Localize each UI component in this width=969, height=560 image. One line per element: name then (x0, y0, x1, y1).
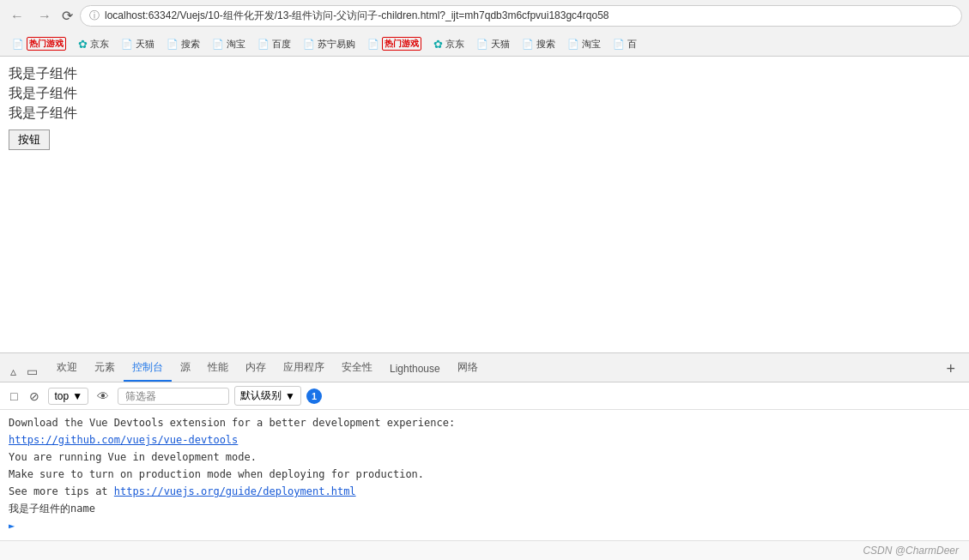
bookmark-jd-1[interactable]: ✿ 京东 (73, 36, 114, 52)
forward-button[interactable]: → (34, 7, 55, 26)
console-text-3: Make sure to turn on production mode whe… (9, 468, 424, 480)
jd-star-icon: ✿ (78, 38, 88, 51)
hotgame-label-2: 热门游戏 (382, 37, 421, 51)
console-prompt-line: ► (9, 518, 960, 533)
back-button[interactable]: ← (7, 7, 27, 26)
devtools-footer: CSDN @CharmDeer (0, 540, 969, 560)
bookmark-suning[interactable]: 📄 苏宁易购 (298, 36, 360, 52)
search-label-1: 搜索 (181, 38, 200, 51)
console-line-4: See more tips at https://vuejs.org/guide… (9, 484, 960, 499)
devtools-tabs-bar: ▵ ▭ 欢迎 元素 控制台 源 性能 内存 应用程序 安全性 Lighthous… (0, 353, 969, 382)
tianmao-label-2: 天猫 (491, 38, 510, 51)
devtools-link-2[interactable]: https://vuejs.org/guide/deployment.html (114, 485, 356, 497)
bookmark-tianmao-1[interactable]: 📄 天猫 (116, 36, 160, 52)
file-icon-8: 📄 (522, 39, 534, 50)
console-text-4-prefix: See more tips at (9, 485, 114, 497)
search-label-2: 搜索 (536, 38, 555, 51)
file-icon-1: 📄 (121, 39, 133, 50)
file-icon-9: 📄 (567, 39, 579, 50)
hotgame-label-1: 热门游戏 (27, 37, 66, 51)
tab-performance[interactable]: 性能 (199, 355, 237, 382)
console-text-5: 我是子组件的name (9, 503, 95, 515)
filter-input[interactable] (118, 388, 229, 405)
suning-label: 苏宁易购 (318, 38, 355, 51)
bookmark-tianmao-2[interactable]: 📄 天猫 (471, 36, 515, 52)
devtools-icon-buttons: ▵ ▭ (7, 361, 41, 382)
tab-network[interactable]: 网络 (449, 355, 487, 382)
child-text-3: 我是子组件 (9, 105, 960, 123)
bookmark-bai[interactable]: 📄 百 (608, 36, 642, 52)
baidu-label-1: 百度 (272, 38, 291, 51)
file-icon-10: 📄 (613, 39, 625, 50)
bookmark-hotgame-2[interactable]: 📄 热门游戏 (362, 35, 427, 52)
child-text-1: 我是子组件 (9, 65, 960, 83)
jd-label-1: 京东 (90, 38, 109, 51)
bookmark-search-1[interactable]: 📄 搜索 (161, 36, 205, 52)
console-line-3: Make sure to turn on production mode whe… (9, 467, 960, 482)
tab-console[interactable]: 控制台 (124, 355, 172, 382)
tianmao-label-1: 天猫 (136, 38, 154, 51)
file-icon-5: 📄 (303, 39, 315, 50)
file-icon-4: 📄 (257, 39, 270, 50)
devtools-toolbar: □ ⊘ top ▼ 👁 默认级别 ▼ 1 (0, 382, 969, 410)
file-icon-7: 📄 (476, 39, 488, 50)
bookmarks-bar: 📄 热门游戏 ✿ 京东 📄 天猫 📄 搜索 📄 淘宝 📄 百度 📄 苏宁易购 � (0, 32, 969, 56)
page-button[interactable]: 按钮 (9, 129, 50, 150)
console-line-2: You are running Vue in development mode. (9, 449, 960, 465)
tab-memory[interactable]: 内存 (237, 355, 275, 382)
devtools-panel: ▵ ▭ 欢迎 元素 控制台 源 性能 内存 应用程序 安全性 Lighthous… (0, 352, 969, 560)
tab-elements[interactable]: 元素 (86, 355, 124, 382)
context-dropdown-icon: ▼ (72, 390, 82, 402)
level-label: 默认级别 (240, 388, 282, 403)
bookmark-baidu-1[interactable]: 📄 百度 (252, 36, 296, 52)
jd-star-icon-2: ✿ (433, 38, 443, 51)
level-selector[interactable]: 默认级别 ▼ (234, 386, 301, 406)
console-line-5: 我是子组件的name (9, 501, 960, 516)
console-text-2: You are running Vue in development mode. (9, 451, 257, 463)
context-selector[interactable]: top ▼ (48, 388, 88, 405)
nav-bar: ← → ⟳ ⓘ localhost:63342/Vuejs/10-组件化开发/1… (0, 0, 969, 32)
tab-sources[interactable]: 源 (172, 355, 199, 382)
tab-application[interactable]: 应用程序 (275, 355, 333, 382)
bookmark-taobao-2[interactable]: 📄 淘宝 (562, 36, 606, 52)
page-content: 我是子组件 我是子组件 我是子组件 按钮 (0, 57, 969, 352)
inspect-element-button[interactable]: ▵ (7, 361, 20, 382)
level-dropdown-icon: ▼ (285, 390, 295, 402)
address-bar[interactable]: ⓘ localhost:63342/Vuejs/10-组件化开发/13-组件访问… (80, 5, 962, 27)
address-text: localhost:63342/Vuejs/10-组件化开发/13-组件访问-父… (105, 9, 953, 23)
watermark-text: CSDN @CharmDeer (863, 545, 959, 557)
stop-button[interactable]: ⊘ (26, 388, 43, 405)
eye-button[interactable]: 👁 (94, 388, 112, 405)
file-icon-2: 📄 (167, 39, 179, 50)
bai-label: 百 (627, 38, 637, 51)
tab-lighthouse[interactable]: Lighthouse (381, 358, 449, 382)
devtools-link-1[interactable]: https://github.com/vuejs/vue-devtools (9, 434, 238, 446)
taobao-label-2: 淘宝 (582, 38, 601, 51)
clear-console-button[interactable]: □ (7, 388, 21, 405)
browser-chrome: ← → ⟳ ⓘ localhost:63342/Vuejs/10-组件化开发/1… (0, 0, 969, 57)
bookmark-taobao-1[interactable]: 📄 淘宝 (207, 36, 251, 52)
context-label: top (54, 390, 69, 402)
bookmark-icon: 📄 (12, 39, 24, 50)
console-prompt-icon: ► (9, 520, 15, 532)
error-badge: 1 (306, 388, 322, 404)
reload-button[interactable]: ⟳ (62, 8, 73, 24)
console-line-1: Download the Vue Devtools extension for … (9, 415, 960, 431)
info-icon: ⓘ (89, 9, 100, 23)
child-text-2: 我是子组件 (9, 85, 960, 103)
taobao-label-1: 淘宝 (227, 38, 245, 51)
bookmark-jd-2[interactable]: ✿ 京东 (428, 36, 469, 52)
add-tab-button[interactable]: + (939, 357, 962, 382)
btn-container: 按钮 (9, 129, 960, 150)
console-line-link1: https://github.com/vuejs/vue-devtools (9, 432, 960, 448)
console-text-1: Download the Vue Devtools extension for … (9, 417, 455, 429)
device-toolbar-button[interactable]: ▭ (23, 361, 41, 382)
jd-label-2: 京东 (445, 38, 464, 51)
file-icon-3: 📄 (212, 39, 224, 50)
bookmark-search-2[interactable]: 📄 搜索 (517, 36, 560, 52)
file-icon-6: 📄 (367, 39, 379, 50)
error-count: 1 (312, 391, 317, 401)
tab-welcome[interactable]: 欢迎 (48, 355, 86, 382)
tab-security[interactable]: 安全性 (333, 355, 381, 382)
bookmark-hotgame-1[interactable]: 📄 热门游戏 (7, 35, 71, 52)
